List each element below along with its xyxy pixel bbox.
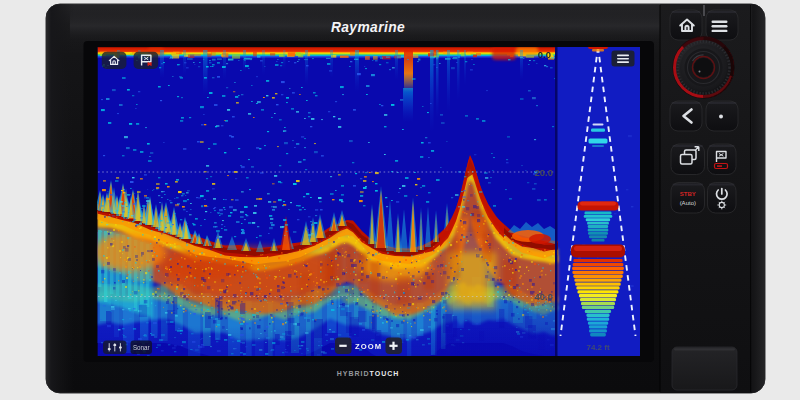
svg-text:STBY: STBY [680,191,696,197]
svg-text:20.0: 20.0 [535,167,554,178]
svg-text:ZOOM: ZOOM [355,342,382,351]
svg-text:(Auto): (Auto) [680,200,696,206]
svg-text:Raymarine: Raymarine [331,20,405,35]
svg-text:74.2 ft: 74.2 ft [586,343,609,352]
svg-text:40.0: 40.0 [535,291,554,302]
svg-text:HYBRIDTOUCH: HYBRIDTOUCH [337,370,400,377]
svg-text:Sonar: Sonar [133,344,150,351]
svg-text:0.0: 0.0 [538,49,551,60]
